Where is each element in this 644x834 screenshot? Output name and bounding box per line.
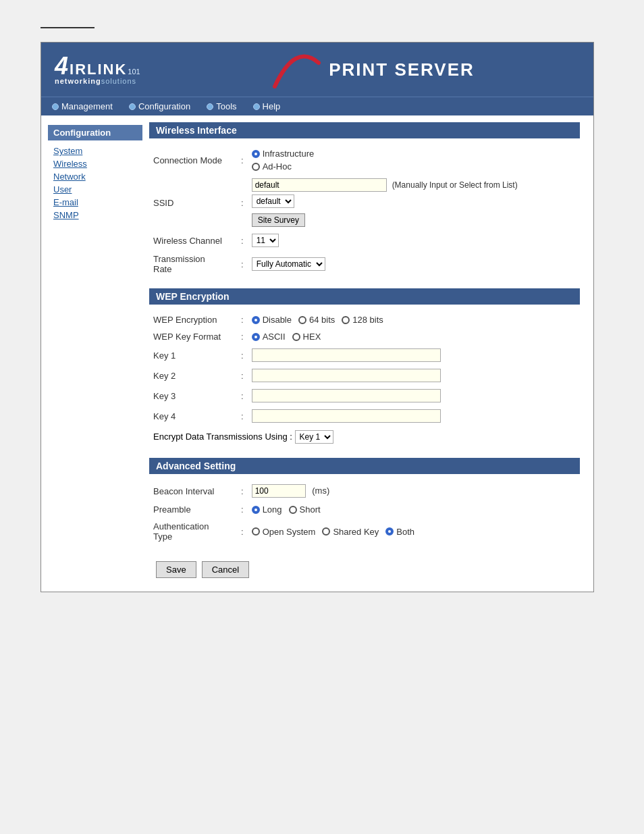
key1-colon: : — [237, 345, 248, 365]
auth-both[interactable]: Both — [385, 527, 414, 537]
wep-ascii[interactable]: ASCII — [252, 332, 286, 342]
key2-colon: : — [237, 365, 248, 386]
nav-item-tools[interactable]: Tools — [207, 101, 236, 111]
cancel-button[interactable]: Cancel — [202, 561, 249, 578]
beacon-interval-input[interactable] — [252, 484, 306, 498]
radio-infrastructure[interactable]: Infrastructure — [252, 149, 315, 159]
preamble-long[interactable]: Long — [252, 504, 282, 515]
beacon-interval-row: Beacon Interval : (ms) — [149, 481, 580, 501]
wep-options-group: Disable 64 bits 128 bits — [252, 315, 576, 325]
sidebar-item-snmp[interactable]: SNMP — [48, 209, 142, 221]
ssid-row: SSID : (Manually Input or Select from Li… — [149, 175, 580, 230]
nav-item-configuration[interactable]: Configuration — [129, 101, 190, 111]
sidebar-item-wireless[interactable]: Wireless — [48, 157, 142, 170]
radio-dot-shared-key — [322, 527, 330, 536]
radio-label-adhoc: Ad-Hoc — [263, 161, 292, 172]
wep-encryption-row: WEP Encryption : Disable 64 bits — [149, 311, 580, 328]
auth-type-group: Open System Shared Key Both — [252, 527, 576, 537]
key2-input[interactable] — [252, 369, 441, 382]
header: 4 IRLINK 101 networkingsolutions Print S… — [41, 43, 593, 97]
wep-disable[interactable]: Disable — [252, 315, 292, 325]
ssid-input[interactable] — [252, 178, 387, 192]
ssid-value: (Manually Input or Select from List) def… — [248, 175, 580, 230]
ssid-dropdown-row: default — [252, 194, 576, 208]
sidebar-item-email[interactable]: E-mail — [48, 196, 142, 209]
beacon-interval-value: (ms) — [248, 481, 580, 501]
connection-mode-adhoc-group: Ad-Hoc — [252, 161, 576, 172]
encrypt-using-label: Encrypt Data Transmissions Using : — [153, 432, 292, 442]
preamble-colon: : — [237, 501, 248, 518]
key3-colon: : — [237, 386, 248, 406]
wireless-channel-label: Wireless Channel — [149, 230, 237, 251]
beacon-interval-colon: : — [237, 481, 248, 501]
sidebar-item-system[interactable]: System — [48, 145, 142, 157]
site-survey-button[interactable]: Site Survey — [252, 213, 305, 227]
key3-value — [248, 386, 580, 406]
auth-type-value: Open System Shared Key Both — [248, 518, 580, 545]
nav-item-management[interactable]: Management — [52, 101, 113, 111]
wep-128bits[interactable]: 128 bits — [342, 315, 383, 325]
wep-64bits[interactable]: 64 bits — [298, 315, 335, 325]
radio-dot-short — [289, 506, 297, 514]
nav-label-help: Help — [263, 101, 281, 111]
key4-label: Key 4 — [149, 406, 237, 426]
preamble-value: Long Short — [248, 501, 580, 518]
auth-shared-key[interactable]: Shared Key — [322, 527, 379, 537]
key2-label: Key 2 — [149, 365, 237, 386]
nav-label-tools: Tools — [216, 101, 236, 111]
nav-bar: Management Configuration Tools Help — [41, 97, 593, 115]
sidebar-config-label: Configuration — [48, 125, 142, 140]
nav-label-management: Management — [61, 101, 113, 111]
key2-row: Key 2 : — [149, 365, 580, 386]
wep-key-format-label: WEP Key Format — [149, 328, 237, 345]
wep-128-label: 128 bits — [352, 315, 383, 325]
connection-mode-colon: : — [237, 145, 248, 175]
beacon-interval-unit: (ms) — [312, 486, 329, 496]
preamble-group: Long Short — [252, 504, 576, 515]
preamble-short-label: Short — [300, 504, 321, 515]
key2-value — [248, 365, 580, 386]
auth-open-system[interactable]: Open System — [252, 527, 316, 537]
key4-colon: : — [237, 406, 248, 426]
wep-encryption-label: WEP Encryption — [149, 311, 237, 328]
header-center: Print Server — [163, 49, 580, 90]
nav-dot-help — [253, 103, 260, 110]
auth-type-label: AuthenticationType — [149, 518, 237, 545]
ssid-dropdown[interactable]: default — [252, 194, 294, 208]
radio-dot-long — [252, 506, 260, 514]
wireless-channel-select[interactable]: 11 1234 5678 9101213 — [252, 234, 279, 247]
wep-key-format-colon: : — [237, 328, 248, 345]
auth-open-label: Open System — [263, 527, 316, 537]
save-button[interactable]: Save — [156, 561, 196, 578]
key3-label: Key 3 — [149, 386, 237, 406]
advanced-setting-table: Beacon Interval : (ms) Preamble : — [149, 481, 580, 545]
radio-adhoc[interactable]: Ad-Hoc — [252, 161, 292, 172]
key4-input[interactable] — [252, 409, 441, 423]
key1-input[interactable] — [252, 348, 441, 362]
key3-input[interactable] — [252, 389, 441, 402]
key1-row: Key 1 : — [149, 345, 580, 365]
nav-item-help[interactable]: Help — [253, 101, 281, 111]
ssid-hint: (Manually Input or Select from List) — [392, 180, 518, 190]
wep-disable-label: Disable — [263, 315, 292, 325]
site-survey-row: Site Survey — [252, 211, 576, 227]
wep-64-label: 64 bits — [309, 315, 335, 325]
radio-dot-open-system — [252, 527, 260, 536]
transmission-rate-select[interactable]: Fully Automatic 1 Mbps 2 Mbps 5.5 Mbps 1… — [252, 257, 325, 271]
sidebar-item-network[interactable]: Network — [48, 170, 142, 183]
logo-brand: 4 IRLINK 101 — [55, 54, 140, 78]
sidebar-item-user[interactable]: User — [48, 183, 142, 196]
preamble-long-label: Long — [263, 504, 282, 515]
radio-dot-wep-64 — [298, 316, 306, 324]
wep-encryption-header: WEP Encryption — [149, 288, 580, 305]
encrypt-using-select[interactable]: Key 1 Key 2 Key 3 Key 4 — [295, 430, 333, 444]
wep-hex[interactable]: HEX — [292, 332, 321, 342]
wep-key-format-value: ASCII HEX — [248, 328, 580, 345]
transmission-rate-row: TransmissionRate : Fully Automatic 1 Mbp… — [149, 251, 580, 278]
advanced-setting-header: Advanced Setting — [149, 458, 580, 474]
logo-swoosh — [268, 49, 322, 90]
encrypt-using-cell: Encrypt Data Transmissions Using : Key 1… — [149, 426, 580, 447]
wireless-channel-colon: : — [237, 230, 248, 251]
wep-encryption-value: Disable 64 bits 128 bits — [248, 311, 580, 328]
preamble-short[interactable]: Short — [289, 504, 321, 515]
